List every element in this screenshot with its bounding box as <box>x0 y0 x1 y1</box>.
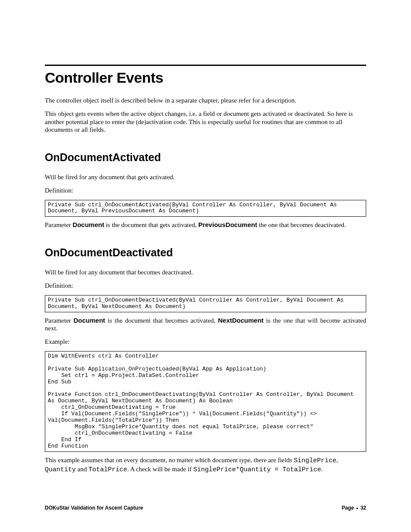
param-previousdocument: PreviousDocument <box>198 221 257 228</box>
text-fragment: . A check will be made if <box>127 466 193 473</box>
s1-parameter-text: Parameter Document is the document that … <box>45 221 366 229</box>
s1-description: Will be fired for any document that gets… <box>45 173 366 181</box>
page-footer: DOKuStar Validation for Ascent Capture P… <box>45 505 366 511</box>
text-fragment: , <box>336 457 338 464</box>
code-inline-singleprice: SinglePrice <box>294 457 336 464</box>
code-inline-totalprice: TotalPrice <box>88 466 127 473</box>
param-document: Document <box>74 317 105 324</box>
text-fragment: the one that becomes deactivated. <box>257 221 346 228</box>
code-inline-equation: SinglePrice*Quantity = TotalPrice <box>193 466 321 473</box>
text-fragment: Parameter <box>45 317 74 324</box>
section-heading-ondocumentdeactivated: OnDocumentDeactivated <box>45 246 366 259</box>
text-fragment: is the document that becomes activated, <box>105 317 218 324</box>
text-fragment: This example assumes that on every docum… <box>45 457 294 464</box>
page-title: Controller Events <box>45 69 366 86</box>
s2-example-label: Example: <box>45 338 366 346</box>
footer-page-number: 32 <box>361 505 366 511</box>
footer-page-label: Page <box>342 505 354 511</box>
s2-explanation: This example assumes that on every docum… <box>45 456 366 474</box>
intro-paragraph-2: This object gets events when the active … <box>45 110 366 134</box>
param-nextdocument: NextDocument <box>218 317 264 324</box>
text-fragment: and <box>76 466 88 473</box>
s2-parameter-text: Parameter Document is the document that … <box>45 317 366 333</box>
s2-code-definition: Private Sub ctrl_OnDocumentDeactivated(B… <box>45 295 366 312</box>
s1-code-definition: Private Sub ctrl_OnDocumentActivated(ByV… <box>45 200 366 217</box>
s2-definition-label: Definition: <box>45 282 366 290</box>
footer-page: Page • 32 <box>342 505 366 511</box>
s1-definition-label: Definition: <box>45 187 366 195</box>
s2-description: Will be fired for any document that beco… <box>45 268 366 277</box>
text-fragment: Parameter <box>45 221 73 228</box>
footer-product: DOKuStar Validation for Ascent Capture <box>45 505 143 511</box>
text-fragment: is the document that gets activated, <box>104 221 198 228</box>
code-inline-quantity: Quantity <box>45 466 76 473</box>
title-rule <box>45 65 366 66</box>
text-fragment: . <box>321 466 323 473</box>
bullet-icon: • <box>356 505 358 511</box>
param-document: Document <box>73 221 104 228</box>
intro-paragraph-1: The controller object itself is describe… <box>45 96 366 105</box>
s2-code-example: Dim WithEvents ctrl As Controller Privat… <box>45 351 366 452</box>
section-heading-ondocumentactivated: OnDocumentActivated <box>45 151 366 164</box>
page-container: Controller Events The controller object … <box>0 0 411 532</box>
